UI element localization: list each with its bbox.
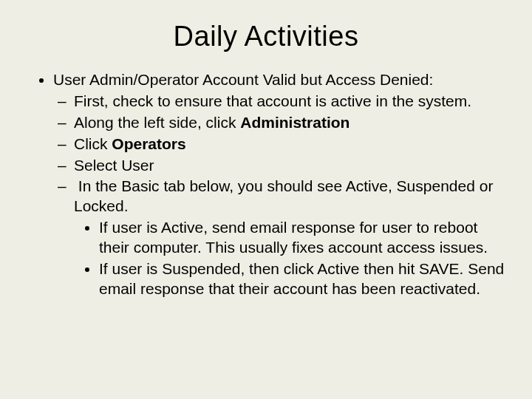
bold-text: Operators	[112, 135, 185, 152]
list-item-text: Click	[74, 135, 112, 152]
bullet-list-level3: If user is Active, send email response f…	[74, 218, 510, 299]
list-item: Select User	[74, 156, 510, 176]
list-item-text: Select User	[74, 157, 154, 174]
list-item-text: First, check to ensure that account is a…	[74, 92, 471, 109]
bullet-list-level2: First, check to ensure that account is a…	[53, 92, 510, 299]
list-item-text: If user is Active, send email response f…	[99, 219, 488, 256]
slide-title: Daily Activities	[22, 21, 510, 52]
bullet-list-level1: User Admin/Operator Account Valid but Ac…	[22, 70, 510, 299]
list-item-text: Along the left side, click	[74, 114, 240, 131]
list-item: Click Operators	[74, 134, 510, 154]
list-item: User Admin/Operator Account Valid but Ac…	[53, 70, 510, 299]
slide: Daily Activities User Admin/Operator Acc…	[0, 0, 532, 399]
bold-text: Administration	[240, 114, 349, 131]
list-item-text: If user is Suspended, then click Active …	[99, 260, 504, 297]
list-item: Along the left side, click Administratio…	[74, 113, 510, 133]
list-item: If user is Suspended, then click Active …	[99, 259, 510, 299]
list-item: If user is Active, send email response f…	[99, 218, 510, 258]
list-item-text: User Admin/Operator Account Valid but Ac…	[53, 71, 433, 88]
list-item-text: In the Basic tab below, you should see A…	[74, 177, 493, 214]
list-item: First, check to ensure that account is a…	[74, 92, 510, 112]
list-item: In the Basic tab below, you should see A…	[74, 177, 510, 299]
